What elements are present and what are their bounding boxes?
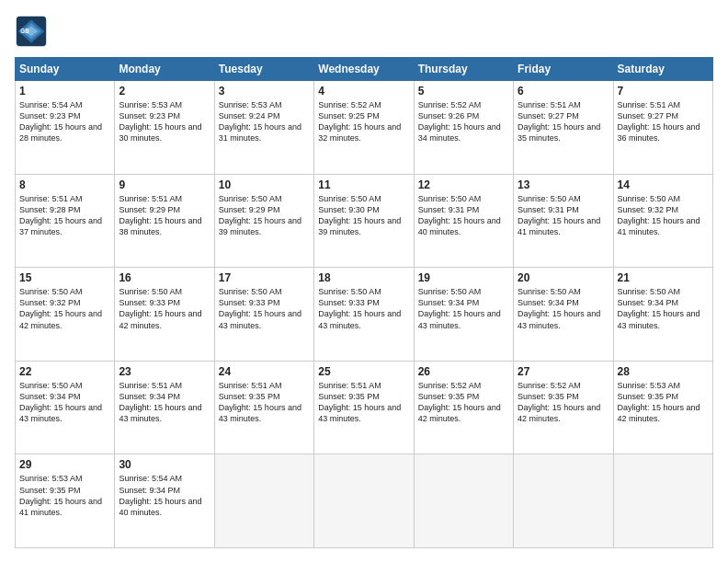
day-info: Sunrise: 5:50 AM Sunset: 9:34 PM Dayligh… (418, 286, 509, 331)
day-info: Sunrise: 5:51 AM Sunset: 9:29 PM Dayligh… (119, 193, 210, 238)
day-info: Sunrise: 5:50 AM Sunset: 9:34 PM Dayligh… (19, 380, 110, 425)
day-info: Sunrise: 5:51 AM Sunset: 9:27 PM Dayligh… (618, 99, 709, 144)
calendar-cell: 28 Sunrise: 5:53 AM Sunset: 9:35 PM Dayl… (613, 361, 712, 454)
calendar-cell: 16 Sunrise: 5:50 AM Sunset: 9:33 PM Dayl… (115, 268, 214, 362)
calendar-cell: 8 Sunrise: 5:51 AM Sunset: 9:28 PM Dayli… (16, 174, 115, 268)
day-number: 21 (618, 271, 709, 284)
day-number: 11 (318, 178, 409, 191)
day-info: Sunrise: 5:51 AM Sunset: 9:35 PM Dayligh… (318, 380, 409, 425)
weekday-header-row: SundayMondayTuesdayWednesdayThursdayFrid… (16, 58, 713, 81)
calendar-cell: 10 Sunrise: 5:50 AM Sunset: 9:29 PM Dayl… (214, 174, 313, 268)
calendar-cell: 14 Sunrise: 5:50 AM Sunset: 9:32 PM Dayl… (613, 174, 712, 268)
day-number: 19 (418, 271, 509, 284)
calendar-cell: 7 Sunrise: 5:51 AM Sunset: 9:27 PM Dayli… (613, 81, 712, 175)
svg-text:GB: GB (20, 28, 29, 34)
calendar-table: SundayMondayTuesdayWednesdayThursdayFrid… (15, 57, 713, 548)
day-number: 28 (618, 365, 709, 378)
calendar-cell: 5 Sunrise: 5:52 AM Sunset: 9:26 PM Dayli… (414, 81, 513, 175)
day-info: Sunrise: 5:51 AM Sunset: 9:27 PM Dayligh… (518, 99, 609, 144)
calendar-cell: 3 Sunrise: 5:53 AM Sunset: 9:24 PM Dayli… (214, 81, 313, 175)
day-info: Sunrise: 5:50 AM Sunset: 9:32 PM Dayligh… (19, 286, 110, 331)
calendar-row: 1 Sunrise: 5:54 AM Sunset: 9:23 PM Dayli… (16, 81, 713, 175)
calendar-cell: 17 Sunrise: 5:50 AM Sunset: 9:33 PM Dayl… (214, 268, 313, 362)
day-info: Sunrise: 5:51 AM Sunset: 9:28 PM Dayligh… (19, 193, 110, 238)
calendar-cell: 25 Sunrise: 5:51 AM Sunset: 9:35 PM Dayl… (314, 361, 414, 454)
day-number: 5 (418, 85, 509, 98)
day-info: Sunrise: 5:53 AM Sunset: 9:35 PM Dayligh… (19, 473, 110, 518)
day-number: 18 (318, 271, 409, 284)
day-info: Sunrise: 5:52 AM Sunset: 9:26 PM Dayligh… (418, 99, 509, 144)
calendar-cell (214, 454, 313, 548)
weekday-header-cell: Saturday (613, 58, 712, 81)
day-info: Sunrise: 5:50 AM Sunset: 9:31 PM Dayligh… (518, 193, 609, 238)
page: GB SundayMondayTuesdayWednesdayThursdayF… (0, 0, 728, 563)
weekday-header-cell: Wednesday (314, 58, 414, 81)
day-number: 12 (418, 178, 509, 191)
weekday-header-cell: Sunday (16, 58, 115, 81)
calendar-cell: 30 Sunrise: 5:54 AM Sunset: 9:34 PM Dayl… (115, 454, 214, 548)
day-number: 2 (119, 85, 210, 98)
day-number: 3 (219, 85, 310, 98)
calendar-cell: 12 Sunrise: 5:50 AM Sunset: 9:31 PM Dayl… (414, 174, 513, 268)
calendar-row: 29 Sunrise: 5:53 AM Sunset: 9:35 PM Dayl… (16, 454, 713, 548)
day-info: Sunrise: 5:51 AM Sunset: 9:35 PM Dayligh… (219, 380, 310, 425)
day-number: 17 (219, 271, 310, 284)
day-info: Sunrise: 5:50 AM Sunset: 9:32 PM Dayligh… (618, 193, 709, 238)
day-number: 20 (518, 271, 609, 284)
calendar-body: 1 Sunrise: 5:54 AM Sunset: 9:23 PM Dayli… (16, 81, 713, 548)
calendar-cell: 24 Sunrise: 5:51 AM Sunset: 9:35 PM Dayl… (214, 361, 313, 454)
weekday-header-cell: Friday (514, 58, 613, 81)
day-info: Sunrise: 5:54 AM Sunset: 9:23 PM Dayligh… (19, 99, 110, 144)
day-number: 16 (119, 271, 210, 284)
day-info: Sunrise: 5:51 AM Sunset: 9:34 PM Dayligh… (119, 380, 210, 425)
day-number: 25 (318, 365, 409, 378)
calendar-cell: 18 Sunrise: 5:50 AM Sunset: 9:33 PM Dayl… (314, 268, 414, 362)
day-number: 4 (318, 85, 409, 98)
day-number: 26 (418, 365, 509, 378)
calendar-row: 15 Sunrise: 5:50 AM Sunset: 9:32 PM Dayl… (16, 268, 713, 362)
day-number: 13 (518, 178, 609, 191)
calendar-row: 8 Sunrise: 5:51 AM Sunset: 9:28 PM Dayli… (16, 174, 713, 268)
day-number: 15 (19, 271, 110, 284)
day-number: 6 (518, 85, 609, 98)
day-info: Sunrise: 5:52 AM Sunset: 9:35 PM Dayligh… (518, 380, 609, 425)
weekday-header-cell: Thursday (414, 58, 513, 81)
calendar-cell: 11 Sunrise: 5:50 AM Sunset: 9:30 PM Dayl… (314, 174, 414, 268)
calendar-cell: 23 Sunrise: 5:51 AM Sunset: 9:34 PM Dayl… (115, 361, 214, 454)
day-number: 1 (19, 85, 110, 98)
day-info: Sunrise: 5:50 AM Sunset: 9:34 PM Dayligh… (518, 286, 609, 331)
day-number: 7 (618, 85, 709, 98)
calendar-cell: 9 Sunrise: 5:51 AM Sunset: 9:29 PM Dayli… (115, 174, 214, 268)
day-number: 8 (19, 178, 110, 191)
logo-icon: GB (15, 15, 48, 48)
calendar-cell: 22 Sunrise: 5:50 AM Sunset: 9:34 PM Dayl… (16, 361, 115, 454)
day-info: Sunrise: 5:50 AM Sunset: 9:33 PM Dayligh… (119, 286, 210, 331)
day-info: Sunrise: 5:50 AM Sunset: 9:30 PM Dayligh… (318, 193, 409, 238)
day-info: Sunrise: 5:54 AM Sunset: 9:34 PM Dayligh… (119, 473, 210, 518)
calendar-cell: 4 Sunrise: 5:52 AM Sunset: 9:25 PM Dayli… (314, 81, 414, 175)
calendar-cell: 29 Sunrise: 5:53 AM Sunset: 9:35 PM Dayl… (16, 454, 115, 548)
calendar-cell: 6 Sunrise: 5:51 AM Sunset: 9:27 PM Dayli… (514, 81, 613, 175)
day-number: 27 (518, 365, 609, 378)
day-info: Sunrise: 5:53 AM Sunset: 9:35 PM Dayligh… (618, 380, 709, 425)
calendar-row: 22 Sunrise: 5:50 AM Sunset: 9:34 PM Dayl… (16, 361, 713, 454)
day-number: 14 (618, 178, 709, 191)
calendar-cell: 27 Sunrise: 5:52 AM Sunset: 9:35 PM Dayl… (514, 361, 613, 454)
weekday-header-cell: Tuesday (214, 58, 313, 81)
day-info: Sunrise: 5:52 AM Sunset: 9:35 PM Dayligh… (418, 380, 509, 425)
day-number: 29 (19, 458, 110, 471)
calendar-cell (514, 454, 613, 548)
day-number: 10 (219, 178, 310, 191)
calendar-cell: 15 Sunrise: 5:50 AM Sunset: 9:32 PM Dayl… (16, 268, 115, 362)
calendar-cell: 1 Sunrise: 5:54 AM Sunset: 9:23 PM Dayli… (16, 81, 115, 175)
calendar-cell: 26 Sunrise: 5:52 AM Sunset: 9:35 PM Dayl… (414, 361, 513, 454)
calendar-cell: 13 Sunrise: 5:50 AM Sunset: 9:31 PM Dayl… (514, 174, 613, 268)
header: GB (15, 15, 713, 48)
calendar-cell: 21 Sunrise: 5:50 AM Sunset: 9:34 PM Dayl… (613, 268, 712, 362)
day-info: Sunrise: 5:50 AM Sunset: 9:33 PM Dayligh… (219, 286, 310, 331)
calendar-cell: 2 Sunrise: 5:53 AM Sunset: 9:23 PM Dayli… (115, 81, 214, 175)
calendar-cell (314, 454, 414, 548)
calendar-cell (613, 454, 712, 548)
day-info: Sunrise: 5:52 AM Sunset: 9:25 PM Dayligh… (318, 99, 409, 144)
day-info: Sunrise: 5:50 AM Sunset: 9:33 PM Dayligh… (318, 286, 409, 331)
